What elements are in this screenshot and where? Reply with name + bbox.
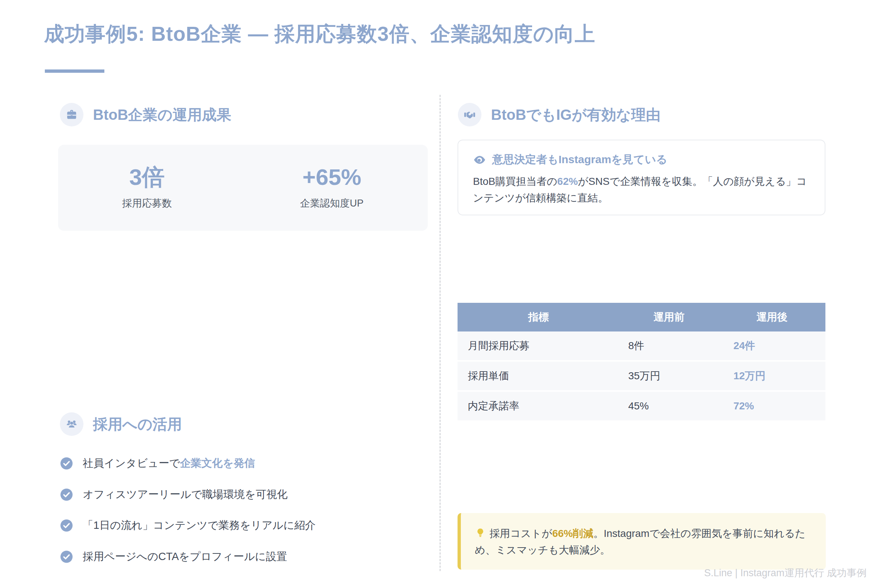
reasons-heading: BtoBでもIGが有効な理由	[491, 105, 661, 125]
metric-before: 35万円	[619, 369, 718, 383]
recruitment-heading: 採用への活用	[93, 414, 182, 434]
checklist-text: 「1日の流れ」コンテンツで業務をリアルに紹介	[82, 519, 316, 531]
users-icon	[60, 412, 83, 436]
metric-after: 12万円	[719, 369, 825, 383]
metrics-table: 指標 運用前 運用後 月間採用応募 8件 24件 採用単価 35万円 12万円 …	[458, 303, 825, 422]
results-heading: BtoB企業の運用成果	[93, 105, 231, 125]
table-row: 内定承諾率 45% 72%	[458, 392, 825, 422]
checklist-item: 採用ページへのCTAをプロフィールに設置	[60, 550, 413, 564]
stat-applications: 3倍 採用応募数	[122, 166, 172, 210]
metric-after: 72%	[719, 400, 825, 412]
metrics-table-header-row: 指標 運用前 運用後	[458, 303, 825, 332]
check-icon	[60, 550, 73, 563]
section-header-results: BtoB企業の運用成果	[60, 103, 231, 126]
stat-awareness: +65% 企業認知度UP	[300, 166, 364, 210]
footer-credit: S.Line | Instagram運用代行 成功事例	[704, 566, 867, 579]
checklist-item: 「1日の流れ」コンテンツで業務をリアルに紹介	[60, 519, 413, 532]
table-row: 月間採用応募 8件 24件	[458, 332, 825, 362]
insight-callout: 採用コストが66%削減。Instagramで会社の雰囲気を事前に知れるため、ミス…	[458, 513, 826, 570]
handshake-icon	[458, 103, 482, 126]
slide: 成功事例5: BtoB企業 — 採用応募数3倍、企業認知度の向上 BtoB企業の…	[0, 0, 882, 588]
insight-title: 意思決定者もInstagramを見ている	[492, 152, 668, 167]
metric-name: 採用単価	[458, 369, 619, 383]
stat-label: 企業認知度UP	[300, 196, 364, 210]
checklist-item-text: オフィスツアーリールで職場環境を可視化	[82, 488, 288, 502]
checklist-item: オフィスツアーリールで職場環境を可視化	[60, 488, 413, 502]
check-icon	[60, 488, 73, 501]
title-underline	[45, 69, 104, 73]
recruitment-checklist: 社員インタビューで企業文化を発信 オフィスツアーリールで職場環境を可視化 「1日…	[60, 456, 413, 581]
checklist-text: 採用ページへのCTAをプロフィールに設置	[82, 550, 287, 562]
callout-highlight: 66%削減	[552, 528, 594, 539]
check-icon	[60, 457, 73, 470]
insight-card-header: 意思決定者もInstagramを見ている	[473, 152, 810, 167]
stat-value: +65%	[300, 166, 364, 189]
column-divider	[440, 95, 441, 571]
lightbulb-icon	[475, 527, 486, 538]
metric-after: 24件	[719, 339, 825, 353]
insight-body: BtoB購買担当者の62%がSNSで企業情報を収集。「人の顔が見える」コンテンツ…	[473, 173, 810, 207]
section-header-reasons: BtoBでもIGが有効な理由	[458, 103, 661, 126]
insight-body-highlight: 62%	[557, 176, 578, 187]
column-header-after: 運用後	[719, 310, 825, 324]
checklist-highlight: 企業文化を発信	[180, 457, 255, 469]
column-header-before: 運用前	[619, 310, 718, 324]
checklist-item-text: 採用ページへのCTAをプロフィールに設置	[82, 550, 287, 564]
metric-name: 月間採用応募	[458, 339, 619, 353]
checklist-item-text: 「1日の流れ」コンテンツで業務をリアルに紹介	[82, 519, 316, 532]
callout-text: 採用コストが66%削減。Instagramで会社の雰囲気を事前に知れるため、ミス…	[475, 525, 812, 559]
checklist-item-text: 社員インタビューで企業文化を発信	[82, 456, 255, 470]
insight-card: 意思決定者もInstagramを見ている BtoB購買担当者の62%がSNSで企…	[458, 140, 825, 215]
checklist-item: 社員インタビューで企業文化を発信	[60, 456, 413, 470]
briefcase-icon	[60, 103, 83, 126]
insight-body-pre: BtoB購買担当者の	[473, 176, 557, 187]
eye-icon	[473, 153, 486, 166]
callout-pre: 採用コストが	[489, 528, 552, 539]
check-icon	[60, 519, 73, 532]
checklist-text: オフィスツアーリールで職場環境を可視化	[82, 488, 288, 500]
stat-value: 3倍	[122, 166, 172, 189]
checklist-text: 社員インタビューで	[82, 457, 180, 469]
results-stats-card: 3倍 採用応募数 +65% 企業認知度UP	[58, 145, 428, 231]
metric-before: 45%	[619, 400, 718, 412]
section-header-recruitment: 採用への活用	[60, 412, 182, 436]
stat-label: 採用応募数	[122, 196, 172, 210]
page-title: 成功事例5: BtoB企業 — 採用応募数3倍、企業認知度の向上	[44, 21, 596, 48]
table-row: 採用単価 35万円 12万円	[458, 362, 825, 392]
column-header-metric: 指標	[458, 310, 619, 324]
metric-name: 内定承諾率	[458, 399, 619, 413]
metric-before: 8件	[619, 339, 718, 353]
